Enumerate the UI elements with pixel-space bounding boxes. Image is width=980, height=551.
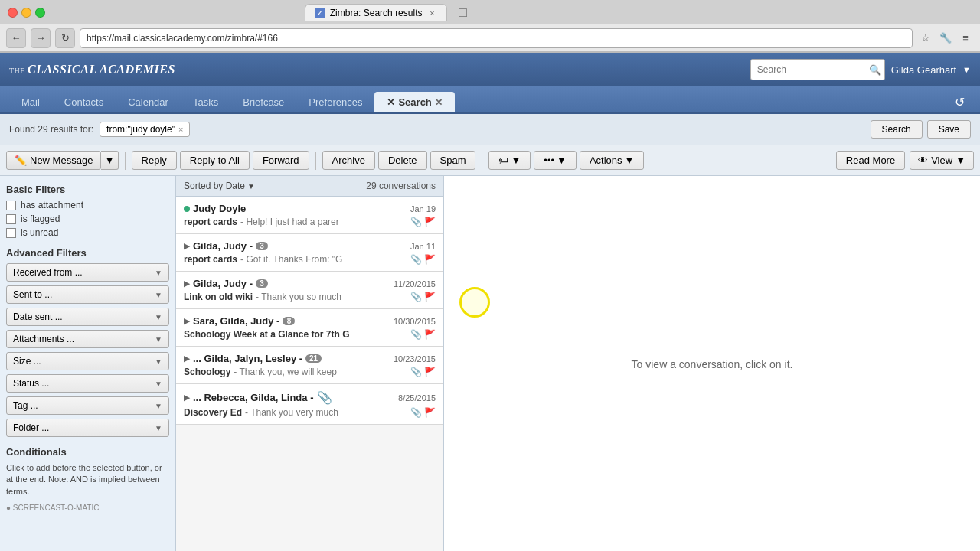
- sent-to-label: Sent to ...: [13, 289, 52, 300]
- list-item[interactable]: ▶ Gilda, Judy - 3 11/20/2015 Link on old…: [176, 272, 443, 309]
- expand-icon[interactable]: ▶: [184, 393, 190, 402]
- reply-to-all-button[interactable]: Reply to All: [180, 151, 250, 170]
- expand-icon[interactable]: ▶: [184, 242, 190, 250]
- is-unread-checkbox[interactable]: [6, 228, 16, 238]
- back-button[interactable]: ←: [6, 28, 26, 48]
- attachments-dropdown[interactable]: Attachments ... ▼: [6, 330, 169, 348]
- message-preview: - Thank you very much: [245, 407, 338, 418]
- search-query-text: from:"judy doyle": [106, 124, 175, 135]
- size-dropdown[interactable]: Size ... ▼: [6, 352, 169, 370]
- message-icons: 📎 🚩: [410, 292, 436, 302]
- list-item[interactable]: Judy Doyle Jan 19 report cards - Help! I…: [176, 197, 443, 234]
- view-button[interactable]: 👁 View ▼: [910, 151, 974, 170]
- special-icon: 📎: [317, 390, 332, 405]
- tab-preferences[interactable]: Preferences: [296, 92, 374, 112]
- attachment-icon: 📎: [410, 367, 422, 377]
- folder-dropdown[interactable]: Folder ... ▼: [6, 419, 169, 437]
- browser-tab[interactable]: Z Zimbra: Search results ×: [305, 4, 448, 21]
- maximize-button[interactable]: [35, 8, 45, 18]
- sort-label-text: Sorted by Date: [184, 181, 245, 191]
- advanced-filters-heading: Advanced Filters: [6, 247, 169, 259]
- search-tag-remove[interactable]: ×: [178, 125, 183, 134]
- tag-dropdown[interactable]: Tag ... ▼: [6, 396, 169, 415]
- tab-title: Zimbra: Search results: [330, 8, 423, 18]
- header-right: 🔍 Gilda Gearhart ▼: [750, 59, 971, 80]
- tab-mail[interactable]: Mail: [9, 92, 52, 112]
- toolbar-separator-3: [482, 152, 482, 170]
- message-count-badge: 3: [256, 279, 268, 288]
- tag-button[interactable]: 🏷 ▼: [488, 151, 531, 170]
- header-search-button[interactable]: 🔍: [869, 64, 881, 76]
- forward-button[interactable]: →: [31, 28, 51, 48]
- reload-button[interactable]: ↻: [55, 28, 75, 48]
- forward-button[interactable]: Forward: [253, 151, 309, 170]
- tab-briefcase[interactable]: Briefcase: [230, 92, 296, 112]
- date-sent-dropdown[interactable]: Date sent ... ▼: [6, 308, 169, 326]
- expand-icon[interactable]: ▶: [184, 317, 190, 325]
- expand-icon[interactable]: ▶: [184, 279, 190, 288]
- search-query-tag[interactable]: from:"judy doyle" ×: [100, 122, 190, 137]
- new-tab-button[interactable]: □: [453, 3, 472, 21]
- url-bar[interactable]: https://mail.classicalacademy.com/zimbra…: [80, 28, 913, 48]
- list-item[interactable]: ▶ Sara, Gilda, Judy - 8 10/30/2015 Schoo…: [176, 309, 443, 347]
- message-icons: 📎 🚩: [410, 329, 436, 340]
- extensions-icon[interactable]: 🔧: [937, 30, 954, 47]
- message-date: Jan 19: [410, 204, 436, 214]
- user-dropdown-icon[interactable]: ▼: [962, 65, 971, 74]
- archive-button[interactable]: Archive: [322, 151, 375, 170]
- search-bar: Found 29 results for: from:"judy doyle" …: [0, 114, 980, 145]
- new-message-button[interactable]: ✏️ New Message: [6, 151, 101, 170]
- has-attachment-checkbox[interactable]: [6, 201, 16, 210]
- minimize-button[interactable]: [21, 8, 31, 18]
- actions-button[interactable]: Actions ▼: [580, 151, 645, 170]
- tab-contacts[interactable]: Contacts: [52, 92, 116, 112]
- tab-close-button[interactable]: ×: [426, 8, 437, 18]
- search-button[interactable]: Search: [871, 120, 923, 139]
- new-message-dropdown[interactable]: ▼: [101, 151, 118, 170]
- tab-tasks[interactable]: Tasks: [181, 92, 230, 112]
- refresh-button[interactable]: ↺: [949, 92, 971, 112]
- read-more-button[interactable]: Read More: [836, 151, 905, 170]
- user-name[interactable]: Gilda Gearhart: [891, 64, 956, 76]
- more-button[interactable]: ••• ▼: [534, 151, 577, 170]
- status-dropdown[interactable]: Status ... ▼: [6, 374, 169, 393]
- list-item[interactable]: ▶ Gilda, Judy - 3 Jan 11 report cards - …: [176, 234, 443, 272]
- received-from-dropdown[interactable]: Received from ... ▼: [6, 263, 169, 282]
- size-label: Size ...: [13, 356, 41, 367]
- date-sent-label: Date sent ...: [13, 311, 63, 322]
- reading-pane: To view a conversation, click on it.: [444, 176, 980, 551]
- left-panel: Basic Filters has attachment is flagged …: [0, 176, 176, 551]
- message-sender: ▶ Gilda, Judy - 3: [184, 240, 268, 252]
- list-item[interactable]: ▶ ... Gilda, Jalyn, Lesley - 21 10/23/20…: [176, 347, 443, 384]
- actions-arrow: ▼: [625, 155, 635, 166]
- message-count-badge: 21: [305, 354, 322, 363]
- list-item[interactable]: ▶ ... Rebecca, Gilda, Linda - 📎 8/25/201…: [176, 384, 443, 425]
- header-search-input[interactable]: [754, 64, 869, 75]
- delete-button[interactable]: Delete: [378, 151, 427, 170]
- toolbar-separator-1: [125, 152, 126, 170]
- close-button[interactable]: [8, 8, 18, 18]
- save-button[interactable]: Save: [927, 120, 971, 139]
- sort-button[interactable]: Sorted by Date ▼: [184, 181, 255, 191]
- filter-has-attachment[interactable]: has attachment: [6, 200, 169, 210]
- tab-search[interactable]: ✕ Search ✕: [374, 92, 454, 112]
- search-results-label: Found 29 results for:: [9, 124, 93, 135]
- tab-calendar[interactable]: Calendar: [116, 92, 181, 112]
- attachment-icon: 📎: [410, 254, 422, 265]
- menu-icon[interactable]: ≡: [957, 30, 974, 47]
- filter-is-flagged[interactable]: is flagged: [6, 214, 169, 224]
- expand-icon[interactable]: ▶: [184, 354, 190, 363]
- is-flagged-checkbox[interactable]: [6, 214, 16, 224]
- search-tab-close[interactable]: ✕: [435, 97, 443, 108]
- sent-to-dropdown[interactable]: Sent to ... ▼: [6, 285, 169, 304]
- reply-button[interactable]: Reply: [132, 151, 177, 170]
- actions-label: Actions: [590, 155, 622, 166]
- has-attachment-label: has attachment: [21, 200, 83, 210]
- filter-is-unread[interactable]: is unread: [6, 227, 169, 238]
- header-search-box[interactable]: 🔍: [750, 59, 885, 80]
- compose-icon: ✏️: [15, 155, 27, 166]
- message-subject: report cards: [184, 217, 237, 227]
- spam-button[interactable]: Spam: [430, 151, 476, 170]
- bookmark-star-icon[interactable]: ☆: [917, 30, 934, 47]
- search-tab-icon: ✕: [387, 96, 395, 108]
